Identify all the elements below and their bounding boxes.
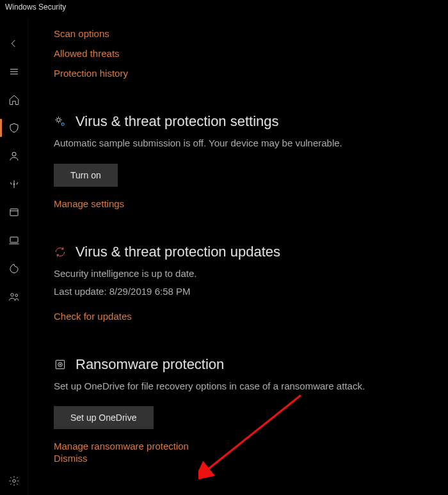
- window-title: Windows Security: [0, 0, 448, 18]
- manage-settings-link[interactable]: Manage settings: [54, 198, 431, 209]
- back-button[interactable]: [0, 29, 28, 58]
- scan-options-link[interactable]: Scan options: [54, 28, 431, 39]
- svg-point-7: [57, 118, 60, 122]
- manage-ransomware-link[interactable]: Manage ransomware protection: [54, 441, 431, 452]
- main-content: Scan options Allowed threats Protection …: [28, 18, 448, 495]
- check-updates-link[interactable]: Check for updates: [54, 311, 431, 322]
- svg-point-8: [61, 123, 64, 125]
- turn-on-button[interactable]: Turn on: [54, 164, 118, 187]
- updates-desc1: Security intelligence is up to date.: [54, 267, 431, 281]
- svg-point-4: [10, 294, 13, 297]
- nav-firewall[interactable]: [0, 170, 28, 198]
- svg-point-0: [12, 152, 16, 156]
- svg-point-6: [12, 480, 15, 483]
- updates-desc2: Last update: 8/29/2019 6:58 PM: [54, 285, 431, 299]
- nav-device-performance[interactable]: [0, 255, 28, 283]
- ransomware-icon: [54, 358, 67, 371]
- allowed-threats-link[interactable]: Allowed threats: [54, 48, 431, 59]
- sidebar: [0, 18, 28, 495]
- settings-desc: Automatic sample submission is off. Your…: [54, 136, 431, 151]
- refresh-icon: [54, 246, 67, 258]
- nav-app-browser[interactable]: [0, 198, 28, 226]
- protection-history-link[interactable]: Protection history: [54, 68, 431, 79]
- settings-gear-icon: [54, 115, 67, 128]
- app-frame: Scan options Allowed threats Protection …: [0, 18, 448, 495]
- dismiss-link[interactable]: Dismiss: [54, 453, 431, 464]
- updates-title: Virus & threat protection updates: [76, 244, 280, 260]
- nav-home[interactable]: [0, 86, 28, 114]
- svg-rect-2: [10, 209, 18, 216]
- nav-virus-protection[interactable]: [0, 114, 28, 142]
- nav-device-security[interactable]: [0, 226, 28, 255]
- section-updates: Virus & threat protection updates Securi…: [54, 244, 431, 322]
- settings-title: Virus & threat protection settings: [76, 113, 279, 130]
- ransomware-title: Ransomware protection: [76, 356, 224, 373]
- nav-family-options[interactable]: [0, 283, 28, 311]
- menu-button[interactable]: [0, 58, 28, 86]
- ransomware-desc: Set up OneDrive for file recovery option…: [54, 379, 431, 394]
- setup-onedrive-button[interactable]: Set up OneDrive: [54, 406, 154, 429]
- svg-rect-3: [10, 237, 18, 242]
- nav-account-protection[interactable]: [0, 142, 28, 170]
- section-ransomware: Ransomware protection Set up OneDrive fo…: [54, 356, 431, 464]
- settings-button[interactable]: [0, 467, 28, 495]
- section-settings: Virus & threat protection settings Autom…: [54, 113, 431, 209]
- svg-point-5: [15, 294, 17, 297]
